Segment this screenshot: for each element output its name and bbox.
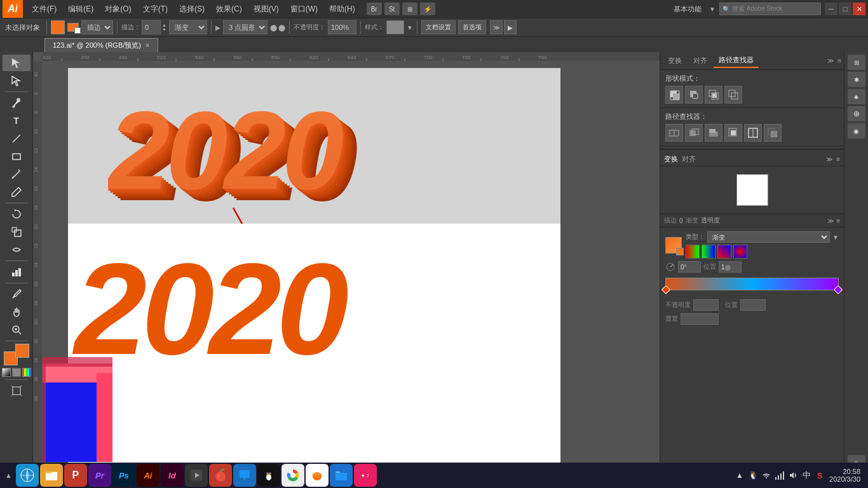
scale-tool[interactable]	[3, 224, 31, 240]
pf-trim[interactable]	[685, 124, 703, 142]
far-right-btn-5[interactable]: ◉	[848, 123, 865, 139]
taskbar-indesign-icon[interactable]: Id	[161, 464, 184, 487]
tray-signal-icon[interactable]	[774, 470, 785, 481]
graph-tool[interactable]	[3, 264, 31, 280]
tray-penguin-icon[interactable]: 🐧	[747, 470, 759, 481]
gradient-icon[interactable]	[22, 368, 31, 377]
restore-button[interactable]: □	[839, 3, 851, 15]
stroke-arrow[interactable]	[67, 23, 79, 32]
pf-outline[interactable]	[744, 124, 762, 142]
close-button[interactable]: ✕	[853, 3, 865, 15]
stroke-down-arrow[interactable]: ▼	[162, 27, 166, 32]
gradient-location-input[interactable]	[719, 261, 742, 273]
pf-minus-front[interactable]	[685, 86, 703, 104]
taskbar-chrome-icon[interactable]	[281, 464, 304, 487]
taskbar-penguin-icon[interactable]	[257, 464, 280, 487]
zoom-tool[interactable]	[3, 322, 31, 338]
menu-text[interactable]: 文字(T)	[138, 3, 173, 16]
taskbar-browser-icon[interactable]	[16, 464, 39, 487]
gradient-color-bar[interactable]	[665, 278, 839, 290]
rotate-tool[interactable]	[3, 206, 31, 222]
stroke-mode-dropdown[interactable]: 插边：	[81, 20, 113, 34]
stroke-swatch[interactable]	[15, 344, 29, 358]
gradient-stop-2[interactable]	[834, 285, 843, 294]
paintbrush-tool[interactable]	[3, 166, 31, 182]
tray-ime-icon[interactable]: S	[814, 470, 825, 481]
gradient-panel-expand[interactable]: ≫	[827, 217, 834, 224]
taskbar-powerpoint-icon[interactable]: P	[64, 464, 87, 487]
gradient-angle-input[interactable]	[678, 261, 701, 273]
eyedropper-tool[interactable]	[3, 286, 31, 302]
color-icon[interactable]	[12, 368, 21, 377]
line-tool[interactable]	[3, 130, 31, 147]
tray-lang-icon[interactable]: 中	[801, 470, 812, 481]
tray-expand-btn[interactable]: ▲	[3, 471, 15, 479]
lightning-icon[interactable]: ⚡	[420, 3, 435, 15]
placement-input[interactable]	[681, 313, 719, 325]
taskbar-game-icon[interactable]	[354, 464, 377, 487]
pen-tool[interactable]	[3, 95, 31, 111]
panel-menu-icon[interactable]: ≡	[837, 57, 841, 64]
pf-intersect[interactable]	[705, 86, 722, 104]
taskbar-files-icon[interactable]	[40, 464, 63, 487]
type-tool[interactable]: T	[3, 112, 31, 129]
none-icon[interactable]	[2, 368, 11, 377]
menu-window[interactable]: 窗口(W)	[285, 3, 323, 16]
mini-panel-menu[interactable]: ≡	[836, 156, 840, 163]
gradient-panel-menu[interactable]: ≡	[836, 217, 840, 224]
menu-help[interactable]: 帮助(H)	[324, 3, 360, 16]
stroke-type-dropdown[interactable]: 渐变	[169, 20, 207, 34]
menu-edit[interactable]: 编辑(E)	[63, 3, 98, 16]
expand-toolbar-button[interactable]: ≫	[490, 20, 503, 34]
panel-expand-icon[interactable]: ≫	[827, 57, 834, 64]
taskbar-fox-icon[interactable]	[306, 464, 329, 487]
artboard-tool[interactable]	[3, 383, 31, 399]
direct-selection-tool[interactable]	[3, 72, 31, 89]
opacity-input[interactable]	[328, 20, 356, 34]
taskbar-folder-icon[interactable]	[330, 464, 353, 487]
rect-tool[interactable]	[3, 148, 31, 165]
style-swatch[interactable]	[386, 20, 404, 34]
far-right-btn-1[interactable]: ⊞	[848, 55, 865, 70]
taskbar-illustrator-icon[interactable]: Ai	[137, 464, 159, 487]
tab-align[interactable]: 对齐	[688, 54, 712, 68]
style-dropdown-arrow[interactable]: ▼	[407, 24, 413, 31]
pf-merge[interactable]	[705, 124, 722, 142]
pf-divide[interactable]	[665, 124, 683, 142]
opacity-gradient-input[interactable]	[693, 299, 719, 311]
location-gradient-input[interactable]	[740, 299, 766, 311]
taskbar-premiere-icon[interactable]: Pr	[88, 464, 111, 487]
far-right-btn-2[interactable]: ✱	[848, 72, 865, 87]
menu-select[interactable]: 选择(S)	[174, 3, 210, 16]
far-right-btn-3[interactable]: ♣	[848, 89, 865, 104]
search-stock-field[interactable]: 🔍 搜索 Adobe Stock	[719, 3, 821, 15]
taskbar-fruit-icon[interactable]	[209, 464, 232, 487]
hand-tool[interactable]	[3, 304, 31, 320]
tab-pathfinder[interactable]: 路径查找器	[714, 54, 759, 68]
stock-icon[interactable]: St	[384, 3, 400, 15]
tab-close-button[interactable]: ✕	[145, 42, 150, 49]
fill-color-swatch[interactable]	[51, 20, 65, 34]
tab-transform[interactable]: 变换	[663, 54, 687, 68]
gradient-preset-1[interactable]	[686, 245, 700, 259]
gradient-type-select[interactable]: 渐变	[707, 231, 830, 243]
taskbar-chat-icon[interactable]	[233, 464, 256, 487]
preferences-button[interactable]: 首选项	[458, 20, 486, 34]
menu-effect[interactable]: 效果(C)	[211, 3, 247, 16]
pf-minus-back[interactable]	[764, 124, 782, 142]
doc-settings-button[interactable]: 文档设置	[421, 20, 456, 34]
mini-panel-expand[interactable]: ≫	[826, 156, 832, 163]
selection-tool[interactable]	[3, 55, 31, 71]
gradient-type-chevron[interactable]: ▼	[832, 234, 839, 241]
minimize-button[interactable]: ─	[825, 3, 837, 15]
document-tab-0[interactable]: 123.ai* @ 200% (RGB/预览) ✕	[44, 38, 158, 52]
stroke-up-arrow[interactable]: ▲	[162, 23, 166, 27]
stroke-value-input[interactable]	[142, 20, 161, 34]
far-right-btn-4[interactable]: ⊕	[848, 106, 865, 121]
taskbar-photoshop-icon[interactable]: Ps	[112, 464, 135, 487]
gradient-preset-3[interactable]	[717, 245, 731, 259]
pf-exclude[interactable]	[724, 86, 742, 104]
gradient-main-swatch[interactable]	[665, 237, 682, 254]
menu-file[interactable]: 文件(F)	[27, 3, 62, 16]
menu-view[interactable]: 视图(V)	[248, 3, 284, 16]
